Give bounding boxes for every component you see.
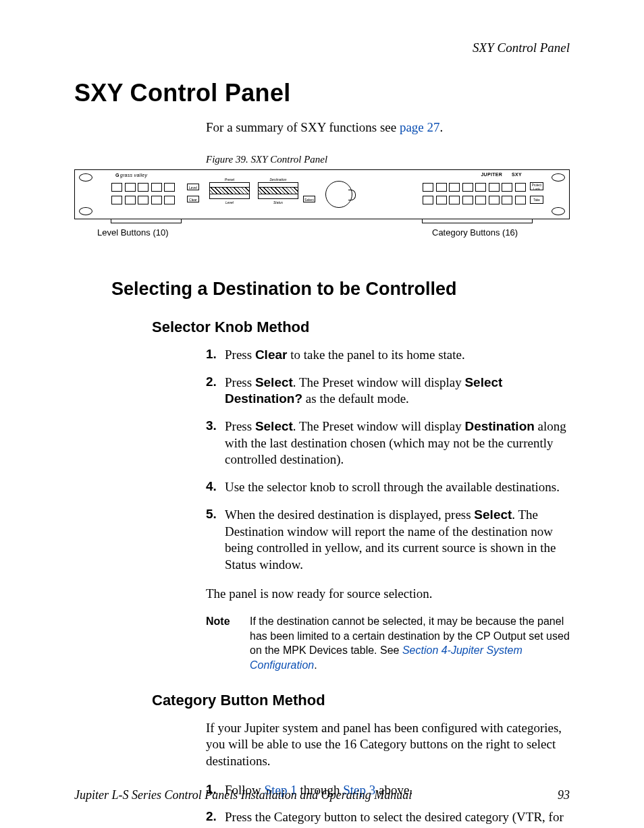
step-item: 4.Use the selector knob to scroll throug…: [206, 479, 570, 496]
panel-figure: grass valley JUPITER SXY Level: [74, 169, 570, 246]
level-button[interactable]: [125, 183, 136, 192]
category-intro-paragraph: If your Jupiter system and panel has bee…: [206, 720, 570, 770]
screw-icon: [79, 173, 92, 182]
page-title: SXY Control Panel: [74, 79, 570, 107]
footer-manual-title: Jupiter L-S Series Control Panels Instal…: [74, 788, 412, 802]
running-head: SXY Control Panel: [74, 40, 570, 55]
step-item: 2.Press the Category button to select th…: [206, 809, 570, 828]
level-button[interactable]: [164, 196, 175, 204]
step-number: 1.: [206, 347, 225, 364]
level-button[interactable]: [138, 196, 149, 204]
category-button[interactable]: [502, 196, 512, 204]
preset-label-top: Preset: [209, 177, 250, 182]
category-button[interactable]: [423, 183, 433, 192]
category-button[interactable]: [489, 183, 500, 192]
steps-selector-knob: 1.Press Clear to take the panel to its h…: [206, 347, 570, 574]
step-number: 4.: [206, 479, 225, 496]
preset-label-bot: Level: [209, 200, 250, 204]
screw-icon: [552, 173, 565, 182]
category-button[interactable]: [489, 196, 500, 204]
level-button[interactable]: [111, 183, 122, 192]
level-button[interactable]: [125, 196, 136, 204]
level-button[interactable]: [151, 196, 162, 204]
clear-button[interactable]: Clear: [187, 196, 199, 202]
step-number: 5.: [206, 507, 225, 574]
brand-sxy: SXY: [512, 172, 522, 177]
category-button[interactable]: [462, 183, 473, 192]
preset-display: [209, 182, 250, 199]
destination-display: [258, 182, 298, 199]
dest-label-top: Destination: [258, 177, 298, 182]
step-number: 2.: [206, 375, 225, 408]
level-mode-button[interactable]: Level: [187, 184, 199, 190]
step-item: 5.When the desired destination is displa…: [206, 507, 570, 574]
category-button[interactable]: [423, 196, 433, 204]
level-button[interactable]: [138, 183, 149, 192]
step-text: When the desired destination is displaye…: [225, 507, 570, 574]
subsection-heading-selector-knob: Selector Knob Method: [152, 319, 570, 336]
hardware-panel: grass valley JUPITER SXY Level: [74, 169, 570, 219]
figure-caption: Figure 39. SXY Control Panel: [206, 154, 570, 165]
category-button[interactable]: [436, 183, 447, 192]
note-block: Note If the destination cannot be select…: [206, 614, 570, 672]
page-link[interactable]: page 27: [400, 120, 440, 134]
brand-right: JUPITER SXY: [481, 172, 522, 177]
step-text: Press Clear to take the panel to its hom…: [225, 347, 570, 364]
step-text: Press the Category button to select the …: [225, 809, 570, 828]
category-button[interactable]: [436, 196, 447, 204]
page-number: 93: [558, 788, 570, 802]
category-buttons-row1: [423, 183, 526, 192]
protect-lock-button[interactable]: Protect Lock: [530, 182, 543, 190]
intro-text-before: For a summary of SXY functions see: [206, 120, 400, 134]
intro-text-after: .: [440, 120, 444, 134]
bold-term: Select: [255, 375, 293, 389]
screw-icon: [552, 207, 565, 215]
category-button[interactable]: [449, 196, 460, 204]
callout-level-buttons: Level Buttons (10): [97, 227, 169, 238]
dest-label-bot: Status: [258, 200, 298, 204]
step-item: 2.Press Select. The Preset window will d…: [206, 375, 570, 408]
brand-jupiter: JUPITER: [481, 172, 502, 177]
category-button[interactable]: [502, 183, 512, 192]
brand-logo: grass valley: [115, 173, 147, 177]
category-button[interactable]: [449, 183, 460, 192]
level-button[interactable]: [111, 196, 122, 204]
select-button[interactable]: Select: [303, 196, 315, 202]
bold-term: Select: [255, 419, 293, 433]
callout-bracket-left: [111, 219, 182, 223]
take-button[interactable]: Take: [530, 196, 543, 204]
intro-paragraph: For a summary of SXY functions see page …: [206, 120, 570, 135]
screw-icon: [79, 207, 92, 215]
note-text-after: .: [314, 659, 317, 671]
level-button[interactable]: [164, 183, 175, 192]
callout-bracket-right: [422, 219, 533, 223]
section-heading: Selecting a Destination to be Controlled: [111, 279, 570, 300]
bold-term: Destination: [464, 419, 534, 433]
level-button[interactable]: [151, 183, 162, 192]
step-number: 2.: [206, 809, 225, 828]
step-item: 1.Press Clear to take the panel to its h…: [206, 347, 570, 364]
subsection-heading-category-button: Category Button Method: [152, 692, 570, 709]
callout-category-buttons: Category Buttons (16): [432, 227, 518, 238]
step-number: 3.: [206, 418, 225, 468]
step-text: Press Select. The Preset window will dis…: [225, 418, 570, 468]
category-button[interactable]: [475, 183, 486, 192]
step-text: Use the selector knob to scroll through …: [225, 479, 570, 496]
step-item: 3.Press Select. The Preset window will d…: [206, 418, 570, 468]
category-buttons-row2: [423, 196, 526, 204]
level-buttons-row1: [111, 183, 175, 192]
ready-paragraph: The panel is now ready for source select…: [206, 586, 570, 603]
note-label: Note: [206, 614, 250, 672]
bold-term: Select: [474, 507, 512, 522]
selector-knob[interactable]: [325, 181, 352, 208]
step-text: Press Select. The Preset window will dis…: [225, 375, 570, 408]
category-button[interactable]: [515, 196, 526, 204]
bold-term: Clear: [255, 348, 288, 362]
category-button[interactable]: [475, 196, 486, 204]
category-button[interactable]: [462, 196, 473, 204]
category-button[interactable]: [515, 183, 526, 192]
level-buttons-row2: [111, 196, 175, 204]
